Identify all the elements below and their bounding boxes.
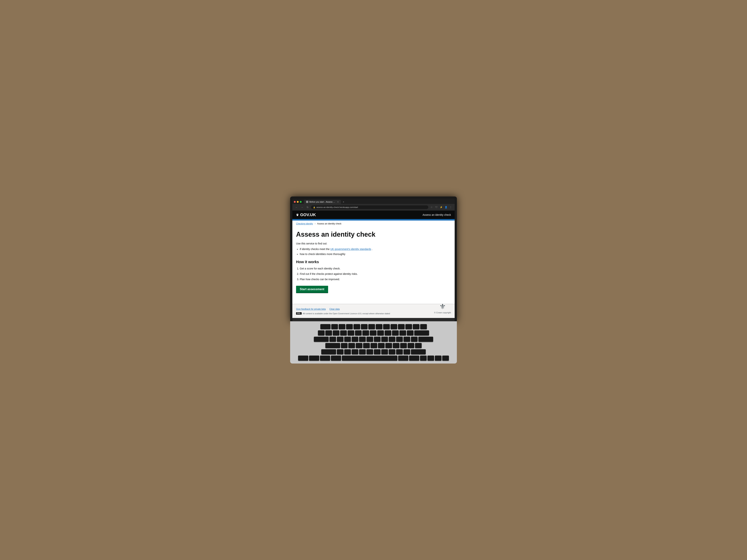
h-key[interactable]	[378, 343, 385, 348]
f12-key[interactable]	[413, 324, 419, 329]
esc-key[interactable]	[320, 324, 331, 329]
shield-icon[interactable]: 🛡	[434, 205, 438, 209]
return-key[interactable]	[418, 337, 433, 342]
l-key[interactable]	[400, 343, 407, 348]
active-tab[interactable]: Before you start – Assess an id ✕	[304, 200, 341, 204]
bookmark-icon[interactable]: ☆	[430, 205, 434, 209]
semicolon-key[interactable]	[408, 343, 414, 348]
f1-key[interactable]	[331, 324, 338, 329]
f3-key[interactable]	[346, 324, 353, 329]
minimize-button[interactable]	[297, 201, 299, 203]
fn-key[interactable]	[298, 355, 308, 361]
rbracket-key[interactable]	[411, 337, 418, 342]
0-key[interactable]	[392, 330, 399, 336]
f7-key[interactable]	[376, 324, 382, 329]
close-button[interactable]	[294, 201, 296, 203]
equals-key[interactable]	[407, 330, 413, 336]
j-key[interactable]	[385, 343, 392, 348]
backtick-key[interactable]	[318, 330, 325, 336]
9-key[interactable]	[385, 330, 391, 336]
crown-copyright-logo: ⚜	[434, 302, 451, 311]
a-key[interactable]	[341, 343, 347, 348]
forward-button[interactable]: →	[300, 205, 304, 209]
breadcrumb-parent-link[interactable]: Checking identity	[296, 222, 313, 225]
p-key[interactable]	[396, 337, 403, 342]
f2-key[interactable]	[339, 324, 345, 329]
down-arrow-key[interactable]	[435, 355, 441, 361]
o-key[interactable]	[389, 337, 395, 342]
8-key[interactable]	[377, 330, 384, 336]
refresh-button[interactable]: ↻	[305, 205, 310, 209]
menu-icon[interactable]: ⋮	[449, 205, 453, 209]
minus-key[interactable]	[400, 330, 406, 336]
r-key[interactable]	[352, 337, 358, 342]
7-key[interactable]	[370, 330, 377, 336]
lbracket-key[interactable]	[404, 337, 410, 342]
k-key[interactable]	[393, 343, 400, 348]
m-key[interactable]	[381, 349, 388, 354]
f9-key[interactable]	[390, 324, 397, 329]
6-key[interactable]	[362, 330, 369, 336]
q-key[interactable]	[329, 337, 336, 342]
cmd-left-key[interactable]	[331, 355, 341, 361]
period-key[interactable]	[396, 349, 403, 354]
left-arrow-key[interactable]	[420, 355, 427, 361]
back-button[interactable]: ←	[294, 205, 299, 209]
v-key[interactable]	[359, 349, 366, 354]
tab-key[interactable]	[314, 337, 329, 342]
f5-key[interactable]	[361, 324, 367, 329]
extensions-icon[interactable]: ⚡	[439, 205, 443, 209]
f8-key[interactable]	[383, 324, 390, 329]
slash-key[interactable]	[404, 349, 410, 354]
3-key[interactable]	[340, 330, 347, 336]
power-key[interactable]	[420, 324, 427, 329]
t-key[interactable]	[359, 337, 366, 342]
i-key[interactable]	[381, 337, 388, 342]
alt-right-key[interactable]	[409, 355, 419, 361]
c-key[interactable]	[352, 349, 358, 354]
clear-data-link[interactable]: Clear data	[329, 308, 340, 310]
up-arrow-key[interactable]	[428, 355, 434, 361]
5-key[interactable]	[355, 330, 362, 336]
copyright-text: © Crown copyright	[434, 312, 451, 314]
feedback-link[interactable]: Give feedback for private beta	[296, 308, 326, 310]
w-key[interactable]	[337, 337, 343, 342]
profile-icon[interactable]: 👤	[444, 205, 448, 209]
quote-key[interactable]	[415, 343, 422, 348]
f6-key[interactable]	[368, 324, 375, 329]
4-key[interactable]	[347, 330, 354, 336]
identity-standards-link[interactable]: UK government's identity standards	[330, 247, 371, 250]
right-arrow-key[interactable]	[442, 355, 449, 361]
z-key[interactable]	[337, 349, 343, 354]
start-assessment-button[interactable]: Start assessment	[296, 286, 328, 293]
space-key[interactable]	[342, 355, 397, 361]
shift-left-key[interactable]	[321, 349, 336, 354]
steps-list: Get a score for each identity check. Fin…	[300, 267, 451, 281]
alt-key[interactable]	[320, 355, 330, 361]
u-key[interactable]	[374, 337, 381, 342]
address-bar[interactable]: 🔒 assess-an-identity-check.herokuapp.com…	[311, 205, 428, 209]
comma-key[interactable]	[389, 349, 395, 354]
b-key[interactable]	[366, 349, 373, 354]
ctrl-key[interactable]	[309, 355, 319, 361]
new-tab-button[interactable]: +	[342, 200, 345, 204]
s-key[interactable]	[348, 343, 355, 348]
n-key[interactable]	[374, 349, 381, 354]
cmd-right-key[interactable]	[398, 355, 408, 361]
fullscreen-button[interactable]	[300, 201, 302, 203]
f-key[interactable]	[363, 343, 370, 348]
f10-key[interactable]	[398, 324, 405, 329]
2-key[interactable]	[333, 330, 339, 336]
g-key[interactable]	[370, 343, 377, 348]
f11-key[interactable]	[405, 324, 412, 329]
y-key[interactable]	[366, 337, 373, 342]
backspace-key[interactable]	[414, 330, 429, 336]
d-key[interactable]	[356, 343, 362, 348]
shift-right-key[interactable]	[411, 349, 426, 354]
1-key[interactable]	[325, 330, 332, 336]
f4-key[interactable]	[354, 324, 360, 329]
x-key[interactable]	[344, 349, 351, 354]
e-key[interactable]	[344, 337, 351, 342]
tab-close-icon[interactable]: ✕	[337, 201, 339, 203]
caps-key[interactable]	[325, 343, 340, 348]
